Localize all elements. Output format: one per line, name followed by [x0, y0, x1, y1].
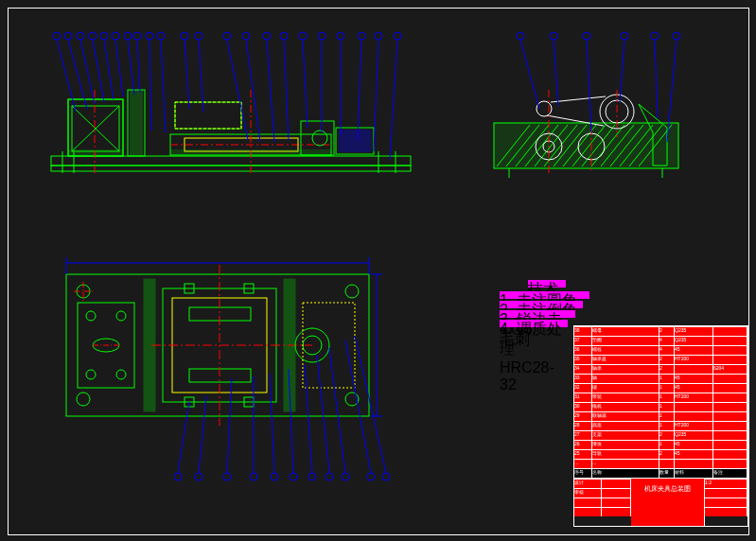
svg-line-150	[227, 378, 232, 473]
tech-req-line: 3. 锐边去毛刺	[500, 310, 575, 318]
drawing-title-strip: 设计 审核 机床夹具总装图 1:2	[573, 479, 748, 527]
tech-req-heading: 技术要求	[528, 280, 566, 288]
svg-point-161	[223, 473, 231, 480]
tech-req-line: 4. 调质处理HRC28-32	[500, 320, 568, 327]
svg-point-166	[325, 473, 333, 480]
title-block: 38螺母2Q235 37垫圈4Q235 36螺栓445 35轴承盖2HT200 …	[573, 325, 748, 533]
svg-line-157	[345, 340, 371, 473]
svg-point-163	[271, 473, 278, 480]
tech-req-line: 2. 未注倒角1x45°	[500, 301, 583, 308]
tech-req-line: 1. 未注圆角R3	[500, 291, 589, 299]
svg-point-160	[195, 473, 202, 480]
svg-line-153	[289, 369, 293, 473]
svg-point-162	[250, 473, 257, 480]
svg-line-158	[355, 336, 386, 473]
drawing-title: 机床夹具总装图	[631, 479, 705, 526]
svg-point-165	[308, 473, 316, 480]
bom-header: 序号 名称 数量 材料 备注	[574, 468, 747, 478]
svg-line-156	[329, 348, 345, 473]
cad-model-space[interactable]: 技术要求 1. 未注圆角R3 2. 未注倒角1x45° 3. 锐边去毛刺 4. …	[0, 0, 756, 541]
svg-line-155	[317, 355, 329, 473]
svg-point-168	[367, 473, 375, 480]
svg-line-148	[178, 402, 189, 473]
svg-line-152	[270, 374, 274, 473]
svg-point-169	[382, 473, 390, 480]
svg-point-164	[290, 473, 297, 480]
svg-line-149	[199, 395, 206, 473]
bom-table: 38螺母2Q235 37垫圈4Q235 36螺栓445 35轴承盖2HT200 …	[573, 325, 748, 479]
svg-point-159	[174, 473, 182, 480]
svg-point-167	[342, 473, 349, 480]
svg-line-154	[305, 364, 312, 473]
